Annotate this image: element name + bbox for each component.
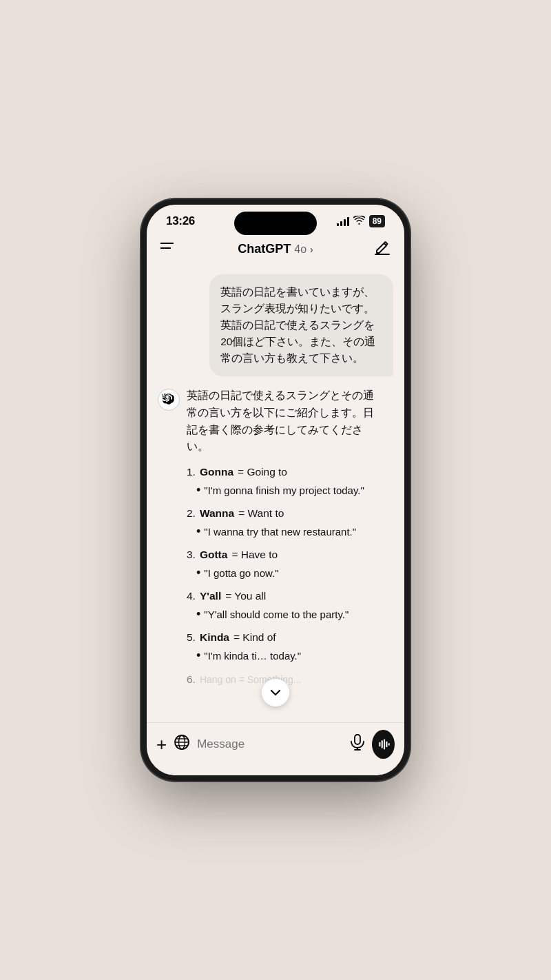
slang-number-6: 6. [187, 671, 196, 688]
globe-icon[interactable] [174, 734, 190, 755]
slang-heading-4: 4. Y'all = You all [187, 588, 382, 605]
add-attachment-button[interactable]: + [156, 735, 167, 753]
slang-example-text-5: "I'm kinda ti… today." [204, 648, 301, 664]
svg-rect-14 [386, 742, 387, 747]
assistant-intro-text: 英語の日記で使えるスラングとその通常の言い方を以下にご紹介します。日記を書く際の… [187, 387, 382, 456]
slang-meaning-1: = Going to [238, 464, 287, 481]
slang-item-3: 3. Gotta = Have to • "I gotta go now." [187, 547, 382, 581]
bullet-dot-1: • [196, 484, 200, 496]
voice-button[interactable] [372, 730, 395, 759]
slang-example-3: • "I gotta go now." [187, 565, 382, 581]
bullet-dot-3: • [196, 566, 200, 579]
slang-word-1: Gonna [200, 464, 233, 481]
slang-heading-5: 5. Kinda = Kind of [187, 629, 382, 646]
slang-meaning-4: = You all [225, 588, 266, 605]
slang-word-4: Y'all [200, 588, 221, 605]
slang-heading-3: 3. Gotta = Have to [187, 547, 382, 564]
slang-item-2: 2. Wanna = Want to • "I wanna try that n… [187, 505, 382, 540]
header-title[interactable]: ChatGPT 4o › [238, 242, 313, 256]
menu-icon[interactable] [160, 241, 177, 258]
status-icons: 89 [337, 215, 385, 227]
status-time: 13:26 [166, 214, 195, 228]
user-message-text: 英語の日記を書いていますが、スラング表現が知りたいです。英語の日記で使えるスラン… [220, 286, 375, 364]
bullet-dot-4: • [196, 608, 200, 620]
app-header: ChatGPT 4o › [147, 234, 404, 267]
phone-inner: 13:26 89 [147, 205, 404, 775]
slang-example-text-3: "I gotta go now." [204, 565, 278, 581]
assistant-avatar [158, 389, 180, 411]
bullet-dot-5: • [196, 649, 200, 662]
slang-number-4: 4. [187, 588, 196, 605]
slang-word-5: Kinda [200, 629, 229, 646]
scroll-down-button[interactable] [262, 679, 289, 706]
slang-meaning-2: = Want to [238, 505, 284, 522]
slang-example-2: • "I wanna try that new restaurant." [187, 524, 382, 540]
slang-example-1: • "I'm gonna finish my project today." [187, 482, 382, 498]
slang-example-text-1: "I'm gonna finish my project today." [204, 482, 364, 498]
message-input[interactable] [197, 737, 343, 751]
chevron-right-icon: › [310, 244, 313, 255]
wifi-icon [353, 216, 365, 227]
slang-number-5: 5. [187, 629, 196, 646]
assistant-message: 英語の日記で使えるスラングとその通常の言い方を以下にご紹介します。日記を書く際の… [158, 387, 382, 689]
user-message-bubble: 英語の日記を書いていますが、スラング表現が知りたいです。英語の日記で使えるスラン… [209, 274, 393, 376]
dynamic-island [234, 212, 317, 235]
slang-example-text-4: "Y'all should come to the party." [204, 606, 349, 622]
model-name: 4o [294, 243, 306, 256]
battery-indicator: 89 [369, 215, 385, 227]
chat-area[interactable]: 英語の日記を書いていますが、スラング表現が知りたいです。英語の日記で使えるスラン… [147, 267, 404, 722]
slang-heading-1: 1. Gonna = Going to [187, 464, 382, 481]
slang-number-1: 1. [187, 464, 196, 481]
slang-example-5: • "I'm kinda ti… today." [187, 648, 382, 664]
slang-item-1: 1. Gonna = Going to • "I'm gonna finish … [187, 464, 382, 498]
svg-rect-15 [388, 743, 389, 745]
edit-icon[interactable] [374, 239, 391, 259]
slang-example-4: • "Y'all should come to the party." [187, 606, 382, 622]
input-bar: + [147, 722, 404, 775]
slang-item-4: 4. Y'all = You all • "Y'all should come … [187, 588, 382, 622]
phone-frame: 13:26 89 [141, 199, 410, 781]
slang-word-2: Wanna [200, 505, 234, 522]
slang-example-text-2: "I wanna try that new restaurant." [204, 524, 356, 540]
slang-meaning-5: = Kind of [233, 629, 276, 646]
microphone-icon[interactable] [350, 734, 365, 755]
bullet-dot-2: • [196, 525, 200, 538]
slang-word-3: Gotta [200, 547, 227, 564]
app-name: ChatGPT [238, 242, 291, 256]
slang-item-5: 5. Kinda = Kind of • "I'm kinda ti… toda… [187, 629, 382, 664]
slang-meaning-3: = Have to [231, 547, 278, 564]
slang-heading-2: 2. Wanna = Want to [187, 505, 382, 522]
slang-number-3: 3. [187, 547, 196, 564]
svg-rect-11 [379, 742, 380, 747]
svg-rect-12 [381, 740, 382, 748]
svg-rect-13 [384, 739, 385, 750]
assistant-content: 英語の日記で使えるスラングとその通常の言い方を以下にご紹介します。日記を書く際の… [187, 387, 382, 689]
slang-number-2: 2. [187, 505, 196, 522]
battery-level: 89 [373, 216, 382, 226]
signal-icon [337, 216, 349, 226]
svg-rect-8 [355, 735, 360, 744]
